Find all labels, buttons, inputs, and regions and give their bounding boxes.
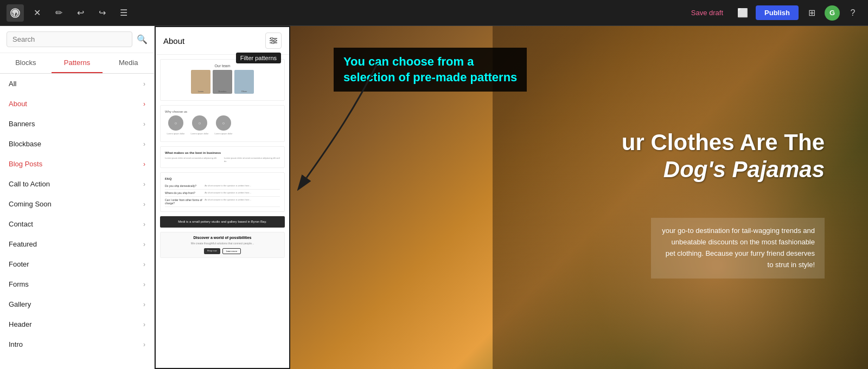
category-featured[interactable]: Featured › [0,234,154,254]
mini-faq-row-1: Do you ship domestically? An short answe… [165,183,280,190]
category-list: All › About › Banners › Blockbase › Blog… [0,74,154,369]
mini-icon-3-label: Lorem ipsum dolor [213,132,234,135]
chevron-icon: › [143,341,145,348]
callout-text-line1: You can choose from a [343,54,517,70]
pattern-previews[interactable]: Our team Lucas Brandon Oliver [156,55,289,368]
category-cta[interactable]: Call to Action › [0,174,154,194]
svg-point-4 [271,37,273,40]
pattern-preview-why[interactable]: Why choose us ○ Lorem ipsum dolor ○ Lore… [160,105,285,142]
category-all-label: All [9,80,16,88]
hero-subtitle-box: your go-to destination for tail-wagging … [651,218,825,278]
chevron-icon: › [143,200,145,208]
pattern-preview-dark[interactable]: Medi is a small pottery studio and galle… [160,216,285,228]
sidebar: 🔍 Blocks Patterns Media All › About › Ba… [0,26,155,369]
help-button[interactable]: ? [844,4,861,22]
mini-team-label: Our team [165,64,280,68]
website-preview: You can choose from a selection of pre-m… [290,26,868,369]
toolbar-right: Save draft ⬜ Publish ⊞ G ? [685,4,861,22]
toolbar-left: ✕ ✏ ↩ ↪ ☰ [7,4,132,22]
category-coming-soon[interactable]: Coming Soon › [0,194,154,214]
publish-button[interactable]: Publish [756,5,799,20]
mini-why-label: Why choose us [165,110,280,113]
chevron-icon: › [143,80,145,88]
chevron-icon: › [143,140,145,148]
category-gallery-label: Gallery [9,300,31,308]
mini-faq-a-3: An short answer to the question is writt… [205,198,280,205]
category-cta-label: Call to Action [9,180,50,188]
category-intro-label: Intro [9,340,23,348]
redo-button[interactable]: ↪ [93,4,111,22]
mini-faq-row-3: Can I order from other forms of charge? … [165,197,280,207]
category-forms[interactable]: Forms › [0,274,154,294]
category-banners-label: Banners [9,120,35,128]
mini-faq-label: FAQ [165,177,280,180]
search-input[interactable] [7,31,132,47]
save-draft-button[interactable]: Save draft [685,5,730,20]
hero-subtitle: your go-to destination for tail-wagging … [661,225,815,270]
category-header[interactable]: Header › [0,314,154,334]
mini-btn-2[interactable]: Learn more [222,248,241,254]
search-icon-button[interactable]: 🔍 [137,34,148,44]
category-coming-soon-label: Coming Soon [9,200,52,208]
category-all[interactable]: All › [0,74,154,94]
category-footer-label: Footer [9,260,29,268]
tab-blocks[interactable]: Blocks [0,53,52,73]
pattern-preview-team[interactable]: Our team Lucas Brandon Oliver [160,59,285,101]
category-gallery[interactable]: Gallery › [0,294,154,314]
hero-text-right: ur Clothes Are The Dog's Pajamas [622,129,825,184]
chevron-icon: › [143,180,145,188]
avatar[interactable]: G [825,5,840,21]
category-about[interactable]: About › [0,94,154,114]
chevron-icon: › [143,120,145,128]
pattern-panel-header: About Filter patterns [156,27,289,55]
category-blockbase[interactable]: Blockbase › [0,134,154,154]
mini-icons-row: ○ Lorem ipsum dolor ○ Lorem ipsum dolor … [165,115,280,135]
pattern-preview-light[interactable]: Discover a world of possibilities We cre… [160,232,285,258]
category-header-label: Header [9,320,32,328]
category-banners[interactable]: Banners › [0,114,154,134]
layout-button[interactable]: ⊞ [803,4,820,22]
mini-photo-2: Brandon [213,70,232,94]
mini-icon-2: ○ [192,115,207,131]
mini-person-label-1: Lucas [197,89,205,94]
mini-best-text-right: Lorem ipsum dolor sit amet consectetur a… [224,157,280,163]
mini-icon-3: ○ [216,115,231,131]
category-forms-label: Forms [9,280,29,288]
svg-point-6 [272,42,274,44]
mini-icon-1-label: Lorem ipsum dolor [165,132,187,135]
hero-headline: ur Clothes Are The Dog's Pajamas [622,129,825,184]
mini-icon-1: ○ [168,115,183,131]
hero-background: You can choose from a selection of pre-m… [290,26,868,369]
tab-patterns[interactable]: Patterns [52,53,103,73]
mini-person-label-2: Brandon [217,89,227,94]
wp-logo-button[interactable] [7,4,24,22]
callout-text-line2: selection of pre-made patterns [343,70,517,86]
main-area: 🔍 Blocks Patterns Media All › About › Ba… [0,26,868,369]
preview-button[interactable]: ⬜ [734,4,751,22]
mini-best-content: Lorem ipsum dolor sit amet consectetur a… [165,157,280,163]
category-contact[interactable]: Contact › [0,214,154,234]
mini-btn-1[interactable]: Shop now [204,248,220,254]
category-blogposts[interactable]: Blog Posts › [0,154,154,174]
chevron-icon: › [143,261,145,268]
close-button[interactable]: ✕ [28,4,46,22]
category-intro[interactable]: Intro › [0,334,154,354]
tab-media[interactable]: Media [103,53,154,73]
mini-best-text-left: Lorem ipsum dolor sit amet consectetur a… [165,157,221,163]
tabs: Blocks Patterns Media [0,53,154,74]
pattern-panel: About Filter patterns Our team Lucas Br [155,26,290,369]
mini-icon-2-label: Lorem ipsum dolor [189,132,210,135]
mini-faq-q-2: Where do you ship from? [165,191,202,195]
filter-button[interactable]: Filter patterns [265,33,282,49]
mini-photo-3: Oliver [234,70,254,94]
category-about-label: About [9,100,27,108]
category-contact-label: Contact [9,220,33,228]
chevron-icon: › [143,301,145,308]
pattern-preview-best[interactable]: What makes us the best in business Lorem… [160,146,285,168]
mini-light-headline: Discover a world of possibilities [164,236,281,239]
menu-button[interactable]: ☰ [115,4,132,22]
tools-button[interactable]: ✏ [50,4,67,22]
category-footer[interactable]: Footer › [0,254,154,274]
undo-button[interactable]: ↩ [72,4,89,22]
pattern-preview-faq[interactable]: FAQ Do you ship domestically? An short a… [160,172,285,212]
